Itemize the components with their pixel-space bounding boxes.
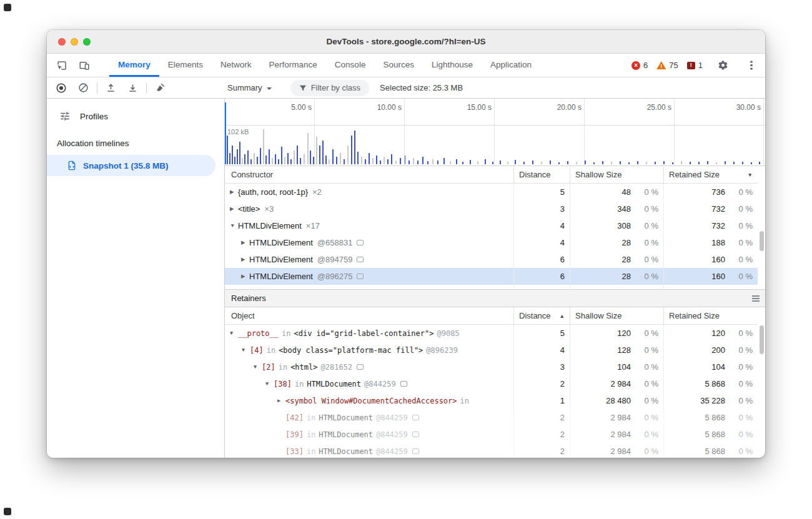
column-header-distance[interactable]: Distance [513,166,570,183]
constructor-row[interactable]: ▶HTMLDivElement [225,285,758,289]
retainer-row[interactable]: [39]inHTMLDocument@84425922 9840 %5 8680… [225,426,758,443]
expander-collapsed-icon[interactable]: ▶ [230,206,238,212]
expander-expanded-icon[interactable]: ▼ [254,364,262,370]
retainer-row[interactable]: ▼__proto__in<div id="grid-label-containe… [225,325,758,342]
constructor-row[interactable]: ▶HTMLDivElement@6588314280 %1880 % [225,234,758,251]
tab-application[interactable]: Application [482,54,540,77]
tab-lighthouse[interactable]: Lighthouse [423,54,482,77]
expander-collapsed-icon[interactable]: ▶ [241,240,249,245]
expander-collapsed-icon[interactable]: ▶ [241,274,249,279]
column-header-name[interactable]: Constructor [225,166,513,183]
expander-expanded-icon[interactable]: ▼ [265,381,274,387]
clear-brush-icon[interactable] [152,80,168,96]
column-header-shallow[interactable]: Shallow Size [570,307,663,324]
timeline-bar [507,162,508,164]
reveal-object-icon[interactable] [357,274,364,279]
issues-count-badge[interactable]: ! 1 [687,61,703,70]
constructor-row[interactable]: ▶HTMLDivElement@8962756280 %1600 % [225,268,758,285]
expander-expanded-icon[interactable]: ▼ [242,347,250,353]
reveal-object-icon[interactable] [412,432,419,437]
retainers-menu-icon[interactable] [751,295,760,302]
perspective-select[interactable]: Summary [227,83,272,92]
column-header-retained[interactable]: Retained Size▼ [663,166,758,183]
class-filter-input[interactable]: Filter by class [290,80,369,96]
retained-cell: 7320 % [663,217,758,234]
device-toolbar-icon[interactable] [76,57,93,74]
reveal-object-icon[interactable] [357,257,364,262]
timeline-bar [297,146,298,164]
shallow-cell: 2 9840 % [570,409,663,426]
expander-expanded-icon[interactable]: ▼ [230,330,238,336]
retainers-rows: ▼__proto__in<div id="grid-label-containe… [225,325,765,458]
constructor-suffix: ×3 [264,204,274,214]
reveal-object-icon[interactable] [357,364,364,370]
retainer-object-cell: ▼__proto__in<div id="grid-label-containe… [225,325,513,342]
shallow-cell: 280 % [570,251,663,268]
allocation-timeline[interactable]: 102 kB 5.00 s10.00 s15.00 s20.00 s25.00 … [225,99,765,166]
constructor-scrollbar-thumb[interactable] [760,231,764,251]
constructor-name: {auth, root, root-1p} [238,187,308,197]
tab-console[interactable]: Console [326,54,375,77]
settings-gear-icon[interactable] [714,57,731,74]
reveal-object-icon[interactable] [400,381,407,387]
column-label: Shallow Size [575,170,621,179]
zoom-window-button[interactable] [83,38,91,46]
save-profile-icon[interactable] [124,80,141,96]
retained-percent: 0 % [728,255,753,264]
shallow-value: 104 [575,362,631,372]
retainers-scrollbar-thumb[interactable] [760,325,764,354]
retainer-row[interactable]: ▼[4]in<body class="platform-mac fill">@8… [225,342,758,358]
retainer-row[interactable]: ▼[38]inHTMLDocument@84425922 9840 %5 868… [225,375,758,392]
timeline-gridline [494,99,495,166]
constructor-row[interactable]: ▶{auth, root, root-1p}×25480 %7360 % [225,184,758,200]
timeline-bar [707,161,708,164]
clear-profiles-icon[interactable] [75,80,91,96]
reveal-object-icon[interactable] [412,448,419,454]
profiles-header[interactable]: Profiles [47,104,224,129]
snapshot-item[interactable]: Snapshot 1 (35.8 MB) [47,155,215,176]
tab-elements[interactable]: Elements [159,54,212,77]
column-header-name[interactable]: Object [225,307,513,324]
shallow-value: 28 [575,238,631,247]
minimize-window-button[interactable] [71,38,78,46]
retainer-row[interactable]: [33]inHTMLDocument@84425922 9840 %5 8680… [225,443,758,458]
retainer-object-cell: ▼[2]in<html>@281652 [225,358,513,375]
expander-collapsed-icon[interactable]: ▶ [230,189,238,195]
column-header-distance[interactable]: Distance▲ [513,307,570,324]
reveal-object-icon[interactable] [357,240,364,245]
column-header-shallow[interactable]: Shallow Size [570,166,663,183]
expander-collapsed-icon[interactable]: ▶ [241,257,249,262]
perspective-value: Summary [227,83,262,92]
retained-cell: 5 8680 % [663,426,758,443]
warning-count-badge[interactable]: 75 [656,61,678,70]
constructor-row[interactable]: ▼HTMLDivElement×1743080 %7320 % [225,217,758,234]
timeline-ruler-line [225,125,765,126]
retainer-row[interactable]: [42]inHTMLDocument@84425922 9840 %5 8680… [225,409,758,426]
reveal-object-icon[interactable] [412,415,419,420]
snapshot-document-icon [67,161,77,171]
retainer-row[interactable]: ▶<symbol Window#DocumentCachedAccessor>i… [225,392,758,409]
retainer-row[interactable]: ▼[2]in<html>@28165231040 %1040 % [225,358,758,375]
tab-performance[interactable]: Performance [260,54,326,77]
shallow-value: 28 [575,272,631,281]
record-allocation-icon[interactable] [53,80,69,96]
close-window-button[interactable] [58,38,66,46]
inspect-element-icon[interactable] [53,57,71,74]
timeline-bar [646,162,647,164]
timeline-bar [395,161,397,164]
load-profile-icon[interactable] [102,80,119,96]
expander-expanded-icon[interactable]: ▼ [230,223,238,229]
constructor-row[interactable]: ▶HTMLDivElement@8947596280 %1600 % [225,251,758,268]
constructor-name: HTMLDivElement [249,272,313,281]
error-count-badge[interactable]: × 6 [631,61,648,70]
tab-memory[interactable]: Memory [109,54,159,77]
timeline-selection-grip[interactable] [225,102,226,164]
tab-sources[interactable]: Sources [374,54,423,77]
constructor-row[interactable]: ▶<title>×333480 %7320 % [225,200,758,217]
shallow-percent: 0 % [633,187,658,197]
shallow-value: 48 [575,187,631,197]
tab-network[interactable]: Network [212,54,260,77]
expander-collapsed-icon[interactable]: ▶ [277,398,285,403]
more-options-kebab-icon[interactable] [743,57,760,74]
column-header-retained[interactable]: Retained Size [663,307,758,324]
